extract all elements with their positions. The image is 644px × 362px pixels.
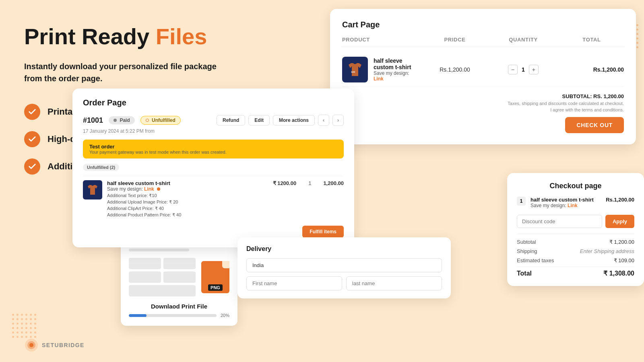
progress-bar-fill (129, 314, 147, 317)
test-order-banner: Test order Your payment gateway was in t… (83, 140, 344, 158)
test-order-subtitle: Your payment gateway was in test mode wh… (89, 150, 337, 154)
checkout-page-panel: Checkout page 1 half sleeve custom t-shi… (507, 173, 644, 286)
progress-container: 20% (129, 313, 229, 318)
checkout-item-info: half sleeve custom t-shirt Save my desig… (530, 197, 601, 208)
badge-unfulfilled: Unfulfilled (140, 116, 181, 125)
cart-col-price: PRIDCE (423, 37, 487, 43)
quantity-decrease-btn[interactable]: − (508, 65, 518, 74)
progress-bar-bg (129, 314, 217, 317)
quantity-value: 1 (522, 66, 525, 73)
file-block-3 (129, 272, 161, 283)
svg-point-3 (29, 343, 33, 347)
check-icon-3 (24, 158, 40, 175)
cart-save-link: Save my design: Link (374, 70, 419, 82)
checkout-save-link[interactable]: Link (568, 203, 578, 208)
quantity-control: − 1 + (491, 65, 555, 74)
png-file-icon: PNG (201, 261, 229, 293)
checkout-button[interactable]: CHECK OUT (565, 117, 624, 133)
delivery-name-row (246, 276, 442, 290)
next-order-btn[interactable]: › (332, 115, 344, 126)
brand-name: SETUBRIDGE (42, 342, 85, 348)
order-item-image (83, 180, 102, 200)
order-item-details: half sleeve custom t-shirt Save my desig… (107, 180, 268, 218)
check-icon-2 (24, 131, 40, 147)
shipping-label: Shipping (517, 248, 537, 254)
fulfill-items-button[interactable]: Fulfill items (302, 226, 344, 238)
svg-text:100: 100 (351, 71, 355, 73)
cart-save-link-anchor[interactable]: Link (374, 76, 384, 82)
order-id: #1001 (83, 116, 103, 125)
file-block-1 (129, 258, 161, 269)
cart-page-panel: Cart Page PRODUCT PRIDCE QUANTITY TOTAL … (330, 9, 636, 144)
download-label: Downlaod Print File (129, 303, 229, 310)
order-item-attr-3: Additional ClipArt Price: ₹ 40 (107, 206, 268, 211)
paid-dot (114, 119, 117, 122)
subtotal-label: Subtotal (517, 239, 536, 245)
order-item-unit-price: ₹ 1200.00 (273, 180, 297, 186)
unfulfilled-count-badge: Unfulfilled (2) (83, 164, 119, 171)
taxes-row: Estimated taxes ₹ 109.00 (517, 257, 634, 263)
order-item-qty: 1 (308, 180, 311, 186)
first-name-input[interactable] (246, 276, 342, 290)
taxes-value: ₹ 109.00 (614, 257, 634, 263)
cart-col-total: TOTAL (559, 37, 624, 43)
test-order-title: Test order (89, 144, 337, 150)
quantity-increase-btn[interactable]: + (529, 65, 539, 74)
mockup-content: PNG (129, 258, 229, 296)
order-item-line-total: 1,200.00 (323, 180, 344, 186)
cart-product-image: 100 (342, 57, 368, 82)
file-block-5 (129, 285, 196, 296)
country-input[interactable] (246, 258, 442, 272)
dot-grid-bottom-left: (function(){ const g = document.currentS… (12, 314, 36, 338)
order-save-link[interactable]: Link (144, 186, 154, 192)
prev-order-btn[interactable]: ‹ (318, 115, 329, 126)
order-item-save: Save my design: Link (107, 186, 268, 192)
cart-table-header: PRODUCT PRIDCE QUANTITY TOTAL (342, 37, 624, 47)
subtotal-value: ₹ 1,200.00 (609, 239, 634, 245)
delivery-title: Delivery (246, 245, 442, 253)
cart-line-total: Rs.1,200.00 (559, 66, 624, 73)
last-name-input[interactable] (346, 276, 442, 290)
order-item-price-section: ₹ 1200.00 1 1,200.00 (273, 180, 344, 186)
more-actions-button[interactable]: More actions (273, 115, 315, 125)
grand-total-value: ₹ 1,308.00 (603, 269, 634, 277)
cart-product: 100 half sleeve custom t-shirt Save my d… (342, 57, 419, 82)
delivery-section: Delivery (237, 237, 451, 298)
grand-total-label: Total (517, 270, 532, 277)
refund-button[interactable]: Refund (217, 115, 245, 125)
checkout-title: Checkout page (517, 182, 634, 190)
checkout-item: 1 half sleeve custom t-shirt Save my des… (517, 197, 634, 208)
order-actions: Refund Edit More actions ‹ › (217, 115, 344, 126)
progress-percent: 20% (221, 313, 229, 318)
order-item-row: half sleeve custom t-shirt Save my desig… (83, 176, 344, 222)
setubridge-logo: SETUBRIDGE (24, 338, 85, 352)
cart-col-product: PRODUCT (342, 37, 419, 43)
discount-code-input[interactable] (517, 215, 602, 228)
order-item-name: half sleeve custom t-shirt (107, 180, 268, 186)
shipping-value: Enter Shipping address (580, 248, 634, 254)
discount-row: Apply (517, 215, 634, 228)
checkout-item-save: Save my design: Link (530, 203, 601, 208)
apply-discount-button[interactable]: Apply (605, 215, 634, 228)
cart-col-quantity: QUANTITY (491, 37, 555, 43)
file-block-2 (163, 258, 196, 269)
order-page-panel: Order Page #1001 Paid Unfulfilled Refund… (72, 88, 354, 247)
order-item-attr-4: Additional Product Pattern Price: ₹ 40 (107, 212, 268, 218)
cart-page-title: Cart Page (342, 20, 624, 29)
mockup-file-blocks (129, 258, 196, 296)
cart-row: 100 half sleeve custom t-shirt Save my d… (342, 53, 624, 87)
cart-subtotal-label: SUBTOTAL: RS. 1,200.00 (342, 93, 624, 99)
edit-button[interactable]: Edit (248, 115, 270, 125)
unfulfilled-dot (146, 119, 149, 122)
cart-taxes-note: Taxes, shipping and discounts code calcu… (342, 101, 624, 106)
taxes-label: Estimated taxes (517, 257, 554, 263)
main-title: Print Ready Files (24, 24, 266, 49)
cart-product-name: half sleeve custom t-shirt (374, 58, 419, 70)
cart-product-price: Rs.1,200.00 (423, 66, 487, 73)
cart-product-info: half sleeve custom t-shirt Save my desig… (374, 58, 419, 82)
checkout-item-price: Rs.1,200.00 (606, 197, 634, 203)
checkout-item-num: 1 (517, 197, 526, 206)
shipping-row: Shipping Enter Shipping address (517, 248, 634, 254)
order-date: 17 January 2024 at 5:22 PM from (83, 128, 344, 134)
grand-total-row: Total ₹ 1,308.00 (517, 267, 634, 277)
